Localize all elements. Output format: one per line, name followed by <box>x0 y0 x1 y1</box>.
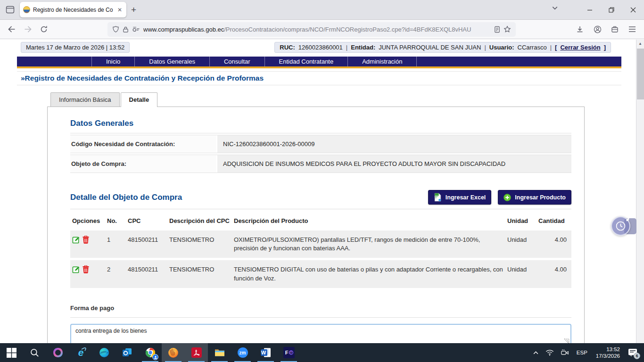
window-close-button[interactable] <box>622 0 644 20</box>
tab-informacion-basica[interactable]: Información Básica <box>50 92 120 107</box>
browser-tab[interactable]: Registro de Necesidades de Co ✕ <box>20 2 126 17</box>
page-title: »Registro de Necesidades de Contratación… <box>21 74 264 82</box>
nav-item-datos-generales[interactable]: Datos Generales <box>134 57 209 66</box>
internet-explorer-glyph: e <box>78 347 84 358</box>
reader-view-icon[interactable] <box>494 26 500 33</box>
cell-cpc-desc: TENSIOMETRO <box>167 260 232 288</box>
taskbar-word[interactable]: W <box>254 343 277 362</box>
dg-row: Código Necesidad de Contratación:NIC-126… <box>70 135 571 153</box>
ingresar-producto-button[interactable]: Ingresar Producto <box>498 190 571 205</box>
notifications-icon[interactable]: 6 <box>624 343 644 362</box>
user-value: CCarrasco <box>518 44 547 51</box>
floating-clock-widget[interactable] <box>611 216 637 236</box>
form-tabs: Información Básica Detalle <box>50 92 644 107</box>
new-tab-button[interactable]: + <box>131 5 136 15</box>
tab-close-icon[interactable]: ✕ <box>116 6 123 14</box>
browser-toolbar: www.compraspublicas.gob.ec/ProcesoContra… <box>0 20 644 39</box>
cell-no: 2 <box>105 260 126 288</box>
url-domain: www.compraspublicas.gob.ec <box>143 26 224 33</box>
table-row: 2481500211TENSIOMETROTENSIOMETRO DIGITAL… <box>70 260 571 288</box>
widget-petal-icon <box>623 217 630 226</box>
productos-table: OpcionesNo.CPCDescripción del CPCDescrip… <box>70 213 571 290</box>
downloads-icon[interactable] <box>573 22 587 36</box>
back-icon[interactable] <box>5 22 19 36</box>
language-indicator[interactable]: ESP <box>572 350 592 355</box>
tray-chevron-up-icon[interactable] <box>529 343 542 362</box>
edit-row-button[interactable] <box>72 236 80 244</box>
nav-item-administracion[interactable]: Administración <box>347 57 417 66</box>
forward-icon[interactable] <box>21 22 35 36</box>
lock-icon[interactable] <box>123 26 129 33</box>
page-title-bar: »Registro de Necesidades de Contratación… <box>17 71 621 85</box>
scroll-up-icon[interactable]: ▲ <box>636 40 644 48</box>
column-header-opciones: Opciones <box>70 215 105 228</box>
nav-item-entidad-contratante[interactable]: Entidad Contratante <box>264 57 348 66</box>
clock-date[interactable]: 13:52 17/3/2026 <box>592 346 624 359</box>
cell-cpc: 481500211 <box>126 230 167 258</box>
nav-item-inicio[interactable]: Inicio <box>91 57 134 66</box>
cell-unidad: Unidad <box>505 230 537 258</box>
taskbar-acrobat[interactable] <box>185 343 208 362</box>
cell-producto: TENSIOMETRO DIGITAL con uso de baterias … <box>232 260 505 288</box>
firma-ec-glyph: F <box>285 350 289 355</box>
taskbar-zoom[interactable]: zm <box>231 343 254 362</box>
entity-value: JUNTA PARROQUIAL DE SAN JUAN <box>379 44 481 51</box>
window-minimize-button[interactable] <box>579 0 601 20</box>
logout-link[interactable]: Cerrar Sesión <box>560 44 600 51</box>
dg-row-value: ADQUISICION DE INSUMOS MEDICOS PARA EL P… <box>217 155 571 173</box>
taskbar-outlook[interactable] <box>116 343 139 362</box>
account-icon[interactable] <box>590 22 604 36</box>
extensions-icon[interactable] <box>608 22 622 36</box>
excel-file-icon <box>434 193 442 202</box>
cell-cantidad: 4.00 <box>537 260 571 288</box>
row-options-cell <box>70 260 105 288</box>
meet-now-icon[interactable] <box>557 343 572 362</box>
taskbar-edge[interactable] <box>92 343 116 362</box>
edit-row-button[interactable] <box>72 265 80 273</box>
firefox-view-icon[interactable] <box>3 3 17 17</box>
taskbar-firma-ec[interactable]: F <box>277 343 300 362</box>
entity-label: Entidad: <box>351 44 375 51</box>
taskbar-file-explorer[interactable] <box>208 343 231 362</box>
column-header-descripcion-del-cpc: Descripción del CPC <box>167 215 232 228</box>
row-options-cell <box>70 230 105 258</box>
taskbar-chrome[interactable] <box>139 343 162 362</box>
nav-item-consultar[interactable]: Consultar <box>209 57 264 66</box>
shield-icon[interactable] <box>112 25 119 33</box>
browser-tab-strip: Registro de Necesidades de Co ✕ + <box>0 0 644 20</box>
url-text: www.compraspublicas.gob.ec/ProcesoContra… <box>143 26 491 33</box>
reload-icon[interactable] <box>37 22 51 36</box>
datetime-box: Martes 17 de Marzo de 2026 | 13:52 <box>21 42 130 53</box>
scrollbar-thumb[interactable] <box>637 49 644 99</box>
bookmark-star-icon[interactable] <box>504 25 511 33</box>
forma-pago-textarea[interactable]: contra entrega de los bienes <box>70 324 571 343</box>
ruc-label: RUC: <box>280 44 295 51</box>
url-bar[interactable]: www.compraspublicas.gob.ec/ProcesoContra… <box>107 22 516 37</box>
browser-chrome: Registro de Necesidades de Co ✕ + <box>0 0 644 39</box>
tab-title: Registro de Necesidades de Co <box>33 7 114 13</box>
delete-row-button[interactable] <box>83 236 89 244</box>
profile-badge-icon <box>152 354 158 360</box>
forma-pago-label: Forma de pago <box>70 304 571 318</box>
taskbar-start[interactable] <box>0 343 23 362</box>
cell-cpc-desc: TENSIOMETRO <box>167 230 232 258</box>
taskbar-internet-explorer[interactable]: e <box>69 343 92 362</box>
system-tray: ESP 13:52 17/3/2026 6 <box>529 343 644 362</box>
datos-generales-heading: Datos Generales <box>70 119 571 133</box>
window-restore-button[interactable] <box>601 0 622 20</box>
taskbar-search[interactable] <box>23 343 46 362</box>
wifi-icon[interactable] <box>542 343 557 362</box>
tab-detalle[interactable]: Detalle <box>121 92 158 107</box>
taskbar-firefox[interactable] <box>162 343 185 362</box>
delete-row-button[interactable] <box>83 265 89 273</box>
site-favicon <box>23 6 30 13</box>
list-tabs-chevron-icon[interactable] <box>552 5 558 13</box>
detalle-panel: Datos Generales Código Necesidad de Cont… <box>47 107 585 343</box>
permissions-icon[interactable] <box>132 26 140 33</box>
ingresar-excel-button[interactable]: Ingresar Excel <box>428 190 491 205</box>
taskbar-copilot[interactable] <box>46 343 69 362</box>
page-scrollbar[interactable]: ▲ <box>636 40 644 343</box>
menu-icon[interactable] <box>625 22 639 36</box>
cell-no: 1 <box>105 230 126 258</box>
cell-producto: OXIMETRO/PULSOXIMETRO) pantallas LED/TFT… <box>232 230 505 258</box>
